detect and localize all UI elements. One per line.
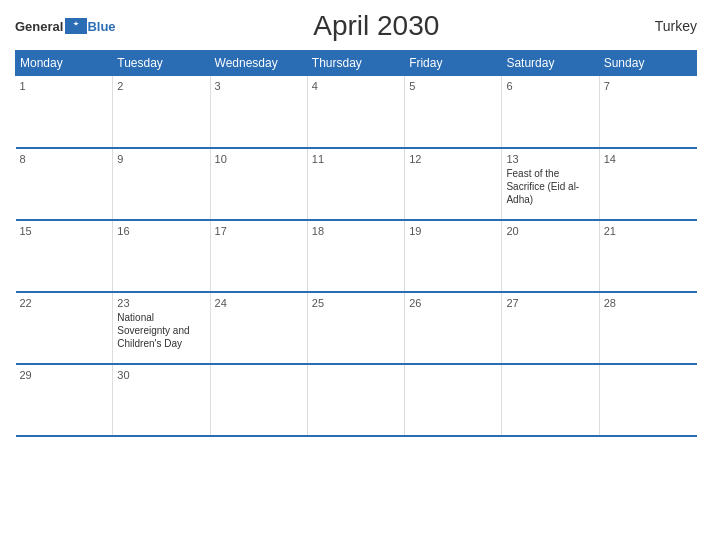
day-number: 8 [20,153,109,165]
day-number: 10 [215,153,303,165]
calendar-day-cell: 22 [16,292,113,364]
calendar-day-cell [599,364,696,436]
calendar-day-cell: 27 [502,292,599,364]
calendar-day-cell: 21 [599,220,696,292]
calendar-day-cell: 26 [405,292,502,364]
day-number: 15 [20,225,109,237]
day-number: 28 [604,297,693,309]
calendar-day-cell: 3 [210,76,307,148]
calendar-week-row: 2223National Sovereignty and Children's … [16,292,697,364]
logo-general-text: General [15,19,63,34]
day-number: 29 [20,369,109,381]
day-number: 22 [20,297,109,309]
day-number: 14 [604,153,693,165]
logo: General Blue [15,18,116,34]
day-number: 5 [409,80,497,92]
day-number: 13 [506,153,594,165]
day-number: 2 [117,80,205,92]
header-tuesday: Tuesday [113,51,210,76]
calendar-week-row: 1234567 [16,76,697,148]
calendar-day-cell: 7 [599,76,696,148]
calendar-day-cell: 12 [405,148,502,220]
header: General Blue April 2030 Turkey [15,10,697,42]
header-monday: Monday [16,51,113,76]
day-number: 9 [117,153,205,165]
header-saturday: Saturday [502,51,599,76]
day-number: 6 [506,80,594,92]
day-number: 21 [604,225,693,237]
header-friday: Friday [405,51,502,76]
calendar-title: April 2030 [116,10,637,42]
country-label: Turkey [637,18,697,34]
calendar-day-cell: 4 [307,76,404,148]
day-number: 19 [409,225,497,237]
header-sunday: Sunday [599,51,696,76]
calendar-day-cell: 24 [210,292,307,364]
calendar-day-cell: 14 [599,148,696,220]
day-number: 12 [409,153,497,165]
calendar-day-cell: 17 [210,220,307,292]
calendar-week-row: 8910111213Feast of the Sacrifice (Eid al… [16,148,697,220]
day-number: 30 [117,369,205,381]
day-number: 23 [117,297,205,309]
calendar-day-cell: 9 [113,148,210,220]
calendar-week-row: 2930 [16,364,697,436]
day-number: 11 [312,153,400,165]
calendar-day-cell: 13Feast of the Sacrifice (Eid al-Adha) [502,148,599,220]
day-number: 4 [312,80,400,92]
calendar-day-cell: 19 [405,220,502,292]
day-number: 7 [604,80,693,92]
calendar-day-cell: 11 [307,148,404,220]
header-wednesday: Wednesday [210,51,307,76]
calendar-week-row: 15161718192021 [16,220,697,292]
calendar-table: Monday Tuesday Wednesday Thursday Friday… [15,50,697,437]
calendar-day-cell: 8 [16,148,113,220]
calendar-day-cell: 25 [307,292,404,364]
day-number: 17 [215,225,303,237]
calendar-day-cell [307,364,404,436]
day-event: Feast of the Sacrifice (Eid al-Adha) [506,167,594,206]
weekday-header-row: Monday Tuesday Wednesday Thursday Friday… [16,51,697,76]
calendar-day-cell: 10 [210,148,307,220]
calendar-day-cell: 16 [113,220,210,292]
calendar-day-cell: 5 [405,76,502,148]
calendar-day-cell: 15 [16,220,113,292]
calendar-day-cell: 6 [502,76,599,148]
logo-flag-icon [65,18,87,34]
day-number: 25 [312,297,400,309]
day-number: 1 [20,80,109,92]
day-number: 16 [117,225,205,237]
calendar-day-cell: 29 [16,364,113,436]
day-number: 26 [409,297,497,309]
calendar-day-cell: 20 [502,220,599,292]
day-number: 20 [506,225,594,237]
calendar-day-cell: 1 [16,76,113,148]
calendar-page: General Blue April 2030 Turkey Monday Tu… [0,0,712,550]
header-thursday: Thursday [307,51,404,76]
svg-rect-0 [65,18,87,34]
calendar-day-cell [210,364,307,436]
calendar-day-cell: 28 [599,292,696,364]
day-number: 18 [312,225,400,237]
calendar-day-cell: 30 [113,364,210,436]
day-number: 3 [215,80,303,92]
calendar-day-cell: 23National Sovereignty and Children's Da… [113,292,210,364]
logo-blue-text: Blue [87,19,115,34]
calendar-day-cell [502,364,599,436]
day-number: 27 [506,297,594,309]
day-number: 24 [215,297,303,309]
calendar-day-cell: 2 [113,76,210,148]
calendar-day-cell: 18 [307,220,404,292]
day-event: National Sovereignty and Children's Day [117,311,205,350]
calendar-day-cell [405,364,502,436]
